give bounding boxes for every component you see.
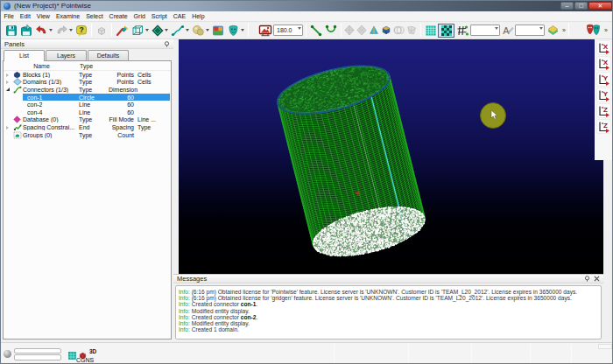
row-name: con-1 (23, 94, 79, 101)
tab-layers[interactable]: Layers (46, 50, 87, 60)
rename-button[interactable]: A (500, 23, 515, 38)
tab-list[interactable]: List (4, 50, 45, 61)
menu-create[interactable]: Create (106, 11, 130, 22)
unstructured-grid-button[interactable] (438, 24, 454, 38)
view-plus-z-button[interactable]: Z (596, 103, 611, 118)
toolbar-overflow-chevron[interactable]: » (560, 27, 567, 33)
tree-row-con-2[interactable]: con-2 Line 60 (4, 101, 171, 108)
connector-tool-button[interactable] (169, 23, 190, 38)
viewport-canvas (179, 39, 603, 274)
menu-grid[interactable]: Grid (130, 11, 148, 22)
redo-button[interactable] (53, 23, 74, 38)
grid-mode-icon[interactable] (68, 347, 76, 363)
mask-tool-caret[interactable] (241, 29, 244, 32)
assemble-block-button[interactable] (380, 23, 392, 38)
view-plus-y-button[interactable]: Y (596, 72, 611, 87)
messages-log[interactable]: Info: (6:16 pm) Obtained license for 'Po… (175, 285, 602, 340)
domain-structured-button[interactable] (343, 23, 356, 38)
cube-tool-caret[interactable] (145, 29, 149, 32)
open-button[interactable] (18, 23, 33, 38)
tree-row-groups[interactable]: Groups (0) Type Count (4, 131, 171, 139)
toolbar-separator (420, 24, 421, 37)
toolbar-overflow-chevron-2[interactable]: » (602, 27, 609, 33)
maximize-button[interactable]: □ (574, 2, 588, 10)
tree-row-database[interactable]: Database (0) Type Fill Mode Line ... (4, 116, 171, 124)
display-viewport[interactable] (179, 39, 603, 274)
svg-text:Y: Y (603, 90, 609, 98)
row-col4: Line ... (134, 116, 167, 122)
tree-row-domains[interactable]: Domains (1/3) Type Points Cells (4, 79, 171, 87)
column-header-name[interactable]: Name (4, 61, 80, 70)
delete-button[interactable] (94, 23, 109, 38)
examine-masks-button[interactable] (585, 23, 602, 38)
domain-unstructured-button[interactable] (356, 23, 368, 38)
blue-cube-icon (381, 24, 391, 36)
assemble-domain-button[interactable] (368, 23, 380, 38)
pin-icon[interactable] (164, 41, 170, 47)
view-minus-z-button[interactable]: Z (596, 119, 611, 134)
tree-row-connectors[interactable]: Connectors (1/3) Type Dimension (4, 86, 171, 94)
spline-icon (171, 24, 185, 37)
panel-tabs: List Layers Defaults (1, 50, 173, 60)
menu-select[interactable]: Select (83, 11, 106, 22)
menu-view[interactable]: View (33, 11, 53, 22)
row-col3: Fill Mode (109, 116, 134, 122)
domain-tool-caret[interactable] (165, 29, 168, 32)
mask-tool-button[interactable] (225, 23, 245, 38)
close-icon[interactable] (594, 276, 600, 282)
mesh-tool-button[interactable] (405, 23, 418, 38)
structured-grid-button[interactable] (423, 23, 438, 38)
expander-icon[interactable] (4, 87, 11, 93)
select-entities-button[interactable] (114, 23, 130, 38)
pin-icon[interactable] (584, 276, 590, 282)
expander-icon[interactable] (4, 72, 11, 78)
view-minus-y-button[interactable]: Y (596, 88, 611, 102)
menu-file[interactable]: File (1, 11, 17, 22)
database-tool-caret[interactable] (206, 29, 209, 32)
grid-density-button[interactable] (454, 23, 470, 38)
view-manager-button[interactable] (257, 23, 273, 38)
close-button[interactable]: ✕ (588, 2, 612, 10)
redo-caret[interactable] (69, 29, 73, 32)
view-minus-x-button[interactable]: X (596, 56, 611, 71)
connector-tool-caret[interactable] (186, 29, 189, 32)
two-point-line-button[interactable] (308, 23, 323, 38)
menu-edit[interactable]: Edit (17, 11, 33, 22)
tree-row-con-4[interactable]: con-4 Line 60 (4, 108, 171, 116)
menu-script[interactable]: Script (148, 11, 170, 22)
expander-icon[interactable] (4, 124, 11, 130)
save-button[interactable] (4, 23, 18, 38)
log-prefix: Info: (179, 326, 190, 332)
database-tool-button[interactable] (190, 23, 210, 38)
view-plus-x-button[interactable]: X (596, 40, 611, 55)
column-header-type[interactable]: Type (80, 61, 115, 70)
tree-row-blocks[interactable]: Blocks (1) Type Points Cells (4, 71, 171, 79)
svg-text:Y: Y (603, 74, 609, 82)
spacing-icon (11, 123, 23, 131)
tab-defaults[interactable]: Defaults (88, 50, 129, 60)
tree-row-con-1[interactable]: con-1 Circle 60 (4, 94, 171, 102)
name-combo[interactable] (515, 24, 545, 36)
image-tool-button[interactable] (210, 23, 225, 38)
curve-button[interactable] (323, 23, 338, 38)
menu-help[interactable]: Help (189, 11, 208, 22)
layer-tool-button[interactable] (545, 23, 560, 38)
dimension-combo[interactable] (470, 24, 500, 36)
trackball-indicator[interactable] (4, 350, 11, 358)
angle-combo[interactable]: 180.0 (273, 24, 303, 36)
rotate-tool-button[interactable] (392, 23, 405, 38)
log-text: . (256, 301, 257, 307)
tree-row-spacing[interactable]: Spacing Constrai... End Spacing Type (4, 123, 171, 131)
menu-examine[interactable]: Examine (53, 11, 82, 22)
undo-caret[interactable] (49, 29, 53, 32)
row-type: Line (79, 102, 109, 108)
expander-icon[interactable] (4, 79, 11, 85)
domain-tool-button[interactable] (150, 23, 169, 38)
minimize-button[interactable]: – (560, 2, 574, 10)
help-button[interactable]: ? (74, 23, 88, 38)
menu-cae[interactable]: CAE (170, 11, 188, 22)
undo-button[interactable] (33, 23, 53, 38)
cube-tool-button[interactable] (130, 23, 150, 38)
row-type: End (79, 124, 109, 130)
row-col3: Points (109, 72, 134, 78)
